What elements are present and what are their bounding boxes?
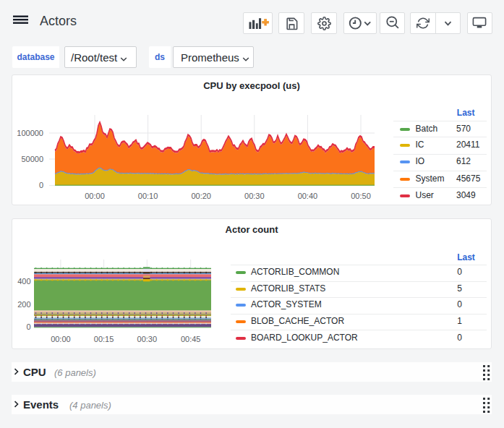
svg-text:00:00: 00:00 <box>85 192 105 200</box>
svg-text:00:00: 00:00 <box>51 335 71 343</box>
svg-text:0: 0 <box>39 181 43 189</box>
svg-text:00:50: 00:50 <box>351 192 371 200</box>
svg-text:00:10: 00:10 <box>138 192 158 200</box>
svg-text:400: 400 <box>17 277 30 286</box>
svg-text:00:15: 00:15 <box>94 335 114 343</box>
svg-text:0: 0 <box>26 322 30 331</box>
svg-text:50000: 50000 <box>21 155 43 163</box>
svg-text:200: 200 <box>17 300 30 309</box>
svg-text:00:30: 00:30 <box>244 192 265 200</box>
svg-text:00:30: 00:30 <box>137 335 158 343</box>
svg-text:100000: 100000 <box>17 129 43 137</box>
svg-text:00:20: 00:20 <box>191 192 211 200</box>
svg-text:00:40: 00:40 <box>298 192 318 200</box>
svg-text:00:45: 00:45 <box>181 335 201 343</box>
